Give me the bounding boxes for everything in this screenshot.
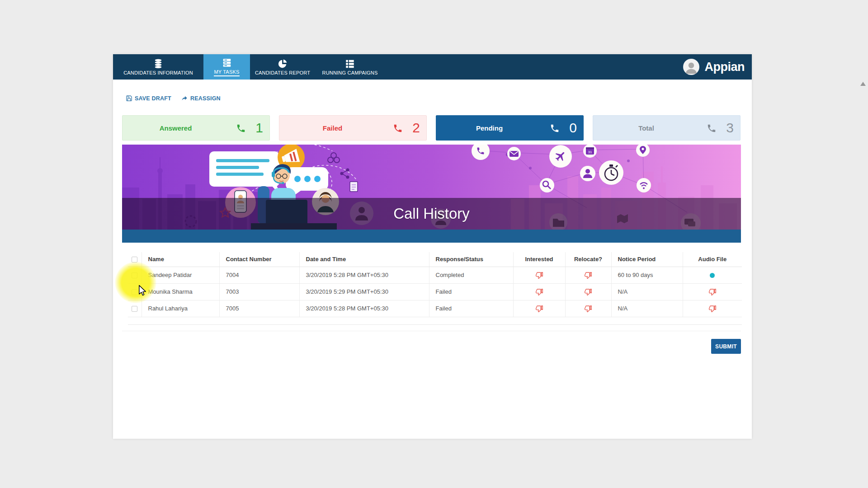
tab-candidates-report[interactable]: CANDIDATES REPORT [250,54,315,80]
tab-label: MY TASKS [214,69,239,76]
stat-card-failed: Failed 2 [279,115,427,141]
cell-contact: 7003 [219,283,299,300]
save-draft-button[interactable]: SAVE DRAFT [126,95,171,102]
stat-label: Pending [436,116,542,140]
table-row: Mounika Sharma 7003 3/20/2019 5:29 PM GM… [128,283,742,300]
table-bottom-divider [128,324,742,325]
scroll-up-arrow[interactable] [860,82,866,86]
col-header-datetime: Date and Time [299,252,429,267]
phone-icon [236,123,246,133]
row-checkbox[interactable] [132,289,137,295]
stat-count: 2 [412,120,420,136]
nav-right: Appian [683,54,752,80]
document-icon [350,182,358,192]
section-bar [122,230,741,243]
stopwatch-badge-icon [599,160,623,185]
search-badge-icon [540,178,554,192]
cell-status: Failed [429,283,513,300]
person-badge-icon [580,166,595,181]
forward-arrow-icon [181,95,188,102]
reassign-label: REASSIGN [190,95,221,102]
tab-my-tasks[interactable]: MY TASKS [203,54,250,80]
col-header-relocate: Relocate? [565,252,611,267]
thumbs-down-icon [585,272,592,279]
database-icon [153,59,163,69]
select-all-checkbox[interactable] [132,257,137,263]
stat-label: Total [593,116,699,140]
col-header-audio: Audio File [683,252,742,267]
svg-text:31: 31 [588,150,592,154]
cell-notice: N/A [611,300,683,317]
reassign-button[interactable]: REASSIGN [181,95,221,102]
thumbs-down-icon [709,288,716,296]
campaign-grid-icon [345,59,355,69]
submit-button[interactable]: SUBMIT [711,339,741,354]
col-header-name: Name [142,252,219,267]
thumbs-down-icon [536,305,543,312]
cell-datetime: 3/20/2019 5:29 PM GMT+05:30 [299,283,429,300]
tab-label: CANDIDATES REPORT [255,70,310,75]
stat-label: Failed [279,116,386,140]
phone-icon [550,123,560,133]
stat-card-pending: Pending 0 [436,115,584,141]
stat-count: 3 [726,120,734,136]
task-list-icon [222,58,232,68]
table-header-row: Name Contact Number Date and Time Respon… [128,252,742,267]
calendar-badge-icon: 31 [583,145,597,158]
audio-play-icon[interactable] [710,273,715,278]
cell-datetime: 3/20/2019 5:28 PM GMT+05:30 [299,267,429,283]
stat-count: 1 [255,120,263,136]
phone-icon [393,123,403,133]
airplane-badge-icon [549,145,572,168]
col-header-contact: Contact Number [219,252,299,267]
thumbs-down-icon [585,288,592,296]
user-avatar[interactable] [683,59,699,75]
tab-label: RUNNING CAMPAIGNS [322,70,378,75]
pie-chart-icon [278,59,288,69]
app-window: CANDIDATES INFORMATION MY TASKS [113,54,752,439]
col-header-status: Response/Status [429,252,513,267]
wifi-badge-icon [637,178,651,192]
thumbs-down-icon [585,305,592,312]
form-toolbar: SAVE DRAFT REASSIGN [126,95,221,102]
col-header-interested: Interested [513,252,565,267]
desktop-page: CANDIDATES INFORMATION MY TASKS [0,0,868,488]
cell-name: Mounika Sharma [142,283,219,300]
tab-label: CANDIDATES INFORMATION [123,70,193,75]
cell-contact: 7004 [219,267,299,283]
call-history-banner: 31 [122,145,741,230]
page-title: Call History [122,198,741,230]
person-silhouette-icon [684,60,699,75]
stat-card-answered: Answered 1 [122,115,270,141]
row-checkbox[interactable] [132,306,137,312]
section-divider [122,331,741,331]
col-header-notice: Notice Period [611,252,683,267]
thumbs-down-icon [536,272,543,279]
cell-notice: N/A [611,283,683,300]
row-checkbox[interactable] [132,272,137,278]
tab-candidates-information[interactable]: CANDIDATES INFORMATION [113,54,203,80]
save-draft-label: SAVE DRAFT [135,95,171,102]
cell-name: Rahul Lahariya [142,300,219,317]
stat-card-total: Total 3 [593,115,741,141]
top-navigation: CANDIDATES INFORMATION MY TASKS [113,54,752,80]
call-stats-row: Answered 1 Failed 2 Pending 0 Total 3 [122,115,741,141]
table-row: Sandeep Patidar 7004 3/20/2019 5:28 PM G… [128,267,742,283]
floppy-save-icon [126,95,132,102]
cell-notice: 60 to 90 days [611,267,683,283]
table-row: Rahul Lahariya 7005 3/20/2019 5:28 PM GM… [128,300,742,317]
call-history-table: Name Contact Number Date and Time Respon… [128,252,742,317]
cell-contact: 7005 [219,300,299,317]
stat-count: 0 [569,120,577,136]
tab-running-campaigns[interactable]: RUNNING CAMPAIGNS [315,54,385,80]
cell-name: Sandeep Patidar [142,267,219,283]
thumbs-down-icon [709,305,716,312]
stat-label: Answered [123,116,229,140]
cell-datetime: 3/20/2019 5:28 PM GMT+05:30 [299,300,429,317]
phone-icon [707,123,717,133]
mail-badge-icon [507,147,521,160]
appian-logo: Appian [705,60,745,74]
cell-status: Failed [429,300,513,317]
cell-status: Completed [429,267,513,283]
thumbs-down-icon [536,288,543,296]
